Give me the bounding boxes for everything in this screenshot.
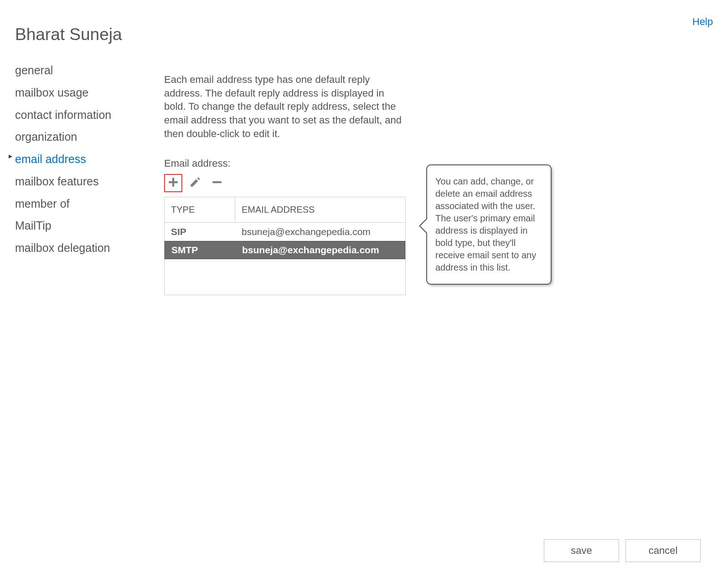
- sidebar-item-mailbox-features[interactable]: mailbox features: [15, 170, 156, 193]
- sidebar-item-mailtip[interactable]: MailTip: [15, 215, 156, 237]
- column-header-email[interactable]: EMAIL ADDRESS: [235, 197, 405, 222]
- content-area: Each email address type has one default …: [164, 73, 406, 295]
- remove-button[interactable]: [208, 174, 226, 192]
- sidebar-item-email-address[interactable]: email address: [15, 148, 156, 170]
- cell-email: bsuneja@exchangepedia.com: [235, 226, 405, 237]
- cell-type: SIP: [165, 226, 235, 237]
- sidebar-item-member-of[interactable]: member of: [15, 193, 156, 215]
- plus-icon: [167, 176, 179, 190]
- callout-text: You can add, change, or delete an email …: [435, 176, 536, 272]
- email-address-label: Email address:: [164, 158, 406, 169]
- email-address-table: TYPE EMAIL ADDRESS SIP bsuneja@exchangep…: [164, 197, 406, 295]
- pencil-icon: [189, 176, 201, 190]
- cell-email: bsuneja@exchangepedia.com: [236, 245, 405, 256]
- table-row[interactable]: SIP bsuneja@exchangepedia.com: [165, 223, 405, 241]
- svg-rect-0: [212, 181, 222, 183]
- sidebar-item-contact-information[interactable]: contact information: [15, 104, 156, 126]
- page-title: Bharat Suneja: [15, 25, 122, 44]
- sidebar: general mailbox usage contact informatio…: [15, 59, 156, 259]
- table-header: TYPE EMAIL ADDRESS: [165, 197, 405, 223]
- sidebar-item-general[interactable]: general: [15, 59, 156, 82]
- add-button[interactable]: [164, 174, 182, 192]
- help-callout: You can add, change, or delete an email …: [426, 164, 552, 285]
- table-body: SIP bsuneja@exchangepedia.com SMTP bsune…: [165, 223, 405, 259]
- sidebar-item-organization[interactable]: organization: [15, 126, 156, 148]
- minus-icon: [211, 176, 223, 190]
- cell-type: SMTP: [165, 245, 236, 256]
- description-text: Each email address type has one default …: [164, 73, 406, 140]
- sidebar-item-mailbox-usage[interactable]: mailbox usage: [15, 82, 156, 104]
- column-header-type[interactable]: TYPE: [165, 197, 235, 222]
- help-link[interactable]: Help: [692, 16, 713, 28]
- table-row[interactable]: SMTP bsuneja@exchangepedia.com: [165, 241, 405, 259]
- sidebar-item-mailbox-delegation[interactable]: mailbox delegation: [15, 237, 156, 259]
- cancel-button[interactable]: cancel: [625, 539, 701, 562]
- save-button[interactable]: save: [544, 539, 619, 562]
- edit-button[interactable]: [186, 174, 204, 192]
- toolbar: [164, 174, 406, 192]
- footer-buttons: save cancel: [544, 539, 701, 562]
